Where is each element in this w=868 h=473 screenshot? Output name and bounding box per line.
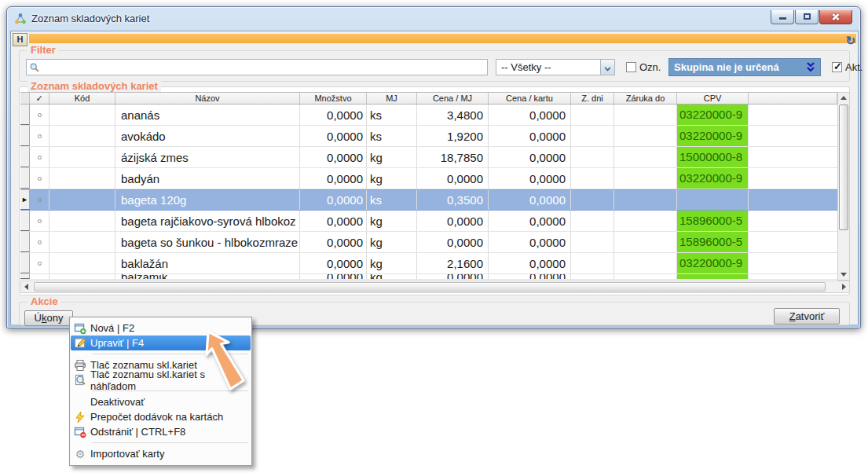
scroll-down-button[interactable]: [838, 269, 849, 280]
col-header-check[interactable]: ✓: [30, 93, 49, 104]
akt-checkbox[interactable]: ✓: [832, 62, 842, 72]
cell-mj: kg: [367, 232, 417, 252]
horizontal-scroll-thumb[interactable]: [34, 282, 826, 292]
cell-cena-mj: 3,4800: [417, 104, 489, 125]
cell-cena-mj: 2,1600: [417, 253, 489, 273]
akt-label: Akt.: [845, 61, 863, 73]
cell-cena-mj: 0,0000: [417, 168, 489, 189]
cell-mj: ks: [367, 104, 417, 125]
cell-cena-kartu: 0,0000: [489, 274, 571, 279]
check-icon: ✓: [833, 60, 842, 72]
cell-mnozstvo: 0,0000: [300, 147, 367, 167]
cell-mnozstvo: 0,0000: [300, 190, 367, 210]
cell-mnozstvo: 0,0000: [300, 253, 367, 273]
cell-cena-kartu: 0,0000: [489, 147, 571, 167]
maximize-button[interactable]: [795, 10, 819, 24]
vertical-scrollbar[interactable]: [837, 92, 850, 280]
dropdown-button[interactable]: [600, 60, 614, 75]
maximize-icon: [804, 13, 811, 20]
category-dropdown[interactable]: -- Všetky --: [496, 59, 615, 75]
cell-nazov: badyán: [115, 168, 300, 189]
row-indicator: [20, 104, 30, 125]
cell-nazov: ananás: [115, 104, 300, 125]
client-area: H ↻ Filter -- Všetky -- Ozn. Skupi: [10, 31, 859, 324]
cell-mj: kg: [367, 147, 417, 167]
cell-mnozstvo: 0,0000: [300, 126, 367, 146]
col-header-cena-kartu[interactable]: Cena / kartu: [489, 93, 571, 104]
col-header-mnozstvo[interactable]: Množstvo: [300, 93, 367, 104]
stock-cards-table: ✓ Kód Názov Množstvo MJ Cena / MJ Cena /…: [20, 92, 837, 280]
scroll-left-button[interactable]: [21, 281, 32, 292]
cell-nazov: baklažán: [115, 253, 300, 273]
triangle-left-icon: [24, 284, 28, 290]
search-input[interactable]: [26, 59, 488, 75]
minimize-button[interactable]: [771, 10, 794, 24]
row-status-icon: [38, 240, 42, 244]
category-dropdown-value: -- Všetky --: [501, 60, 551, 75]
cell-mnozstvo: 0,0000: [300, 274, 367, 279]
ozn-checkbox[interactable]: [626, 62, 636, 72]
group-filter-field[interactable]: Skupina nie je určená: [668, 58, 821, 76]
col-header-nazov[interactable]: Názov: [115, 93, 300, 104]
cell-cpv: 15000000-8: [677, 147, 748, 167]
menu-item-label: Upraviť | F4: [90, 337, 144, 349]
col-header-mj[interactable]: MJ: [367, 93, 417, 104]
cell-mj: kg: [367, 274, 417, 279]
table-row-partial[interactable]: balzamik 0,0000 kg 0,0000 0,0000 1589600…: [20, 274, 837, 280]
menu-item-label: Nová | F2: [90, 322, 134, 334]
table-row[interactable]: ázijská zmes 0,0000 kg 18,7850 0,0000 15…: [20, 147, 837, 168]
app-window: Zoznam skladových kariet H ↻ Filter -- V…: [6, 6, 861, 328]
filter-group: Filter -- Všetky -- Ozn. Skupina nie je …: [19, 50, 850, 82]
col-header-zaruka-do[interactable]: Záruka do: [614, 93, 677, 104]
stock-cards-group: Zoznam skladových kariet ✓ Kód Názov Mno…: [19, 86, 850, 295]
table-row-selected[interactable]: ► bageta 120g 0,0000 ks 0,3500 0,0000: [20, 189, 837, 211]
table-row[interactable]: baklažán 0,0000 kg 2,1600 0,0000 0322000…: [20, 253, 837, 274]
col-header-z-dni[interactable]: Z. dni: [571, 93, 614, 104]
zatvorit-button[interactable]: Zatvoriť: [774, 308, 840, 324]
cell-cena-mj: 0,0000: [417, 211, 489, 231]
cell-cena-mj: 1,9200: [417, 126, 489, 146]
row-status-icon: [38, 219, 42, 223]
col-header-kod[interactable]: Kód: [49, 93, 115, 104]
header-corner: [20, 93, 30, 104]
cell-mj: kg: [367, 253, 417, 273]
cursor-arrow-icon: [171, 322, 289, 416]
h-button[interactable]: H: [13, 33, 27, 46]
cell-cena-kartu: 0,0000: [489, 232, 571, 252]
cell-mnozstvo: 0,0000: [300, 232, 367, 252]
table-header-row: ✓ Kód Názov Množstvo MJ Cena / MJ Cena /…: [20, 92, 837, 104]
refresh-icon[interactable]: ↻: [845, 35, 855, 47]
cell-nazov: ázijská zmes: [115, 147, 300, 167]
edit-icon: [73, 337, 87, 350]
table-row[interactable]: badyán 0,0000 kg 0,0000 0,0000 03220000-…: [20, 168, 837, 189]
vertical-scroll-thumb[interactable]: [839, 104, 848, 230]
cell-cena-mj: 0,0000: [417, 232, 489, 252]
table-row[interactable]: bageta so šunkou - hlbokozmraze 0,0000 k…: [20, 232, 837, 253]
cell-cpv: 15896000-5: [677, 232, 748, 252]
menu-item-importovat[interactable]: ⚙ Importovať karty: [71, 446, 251, 461]
cell-nazov: balzamik: [115, 274, 300, 279]
horizontal-scrollbar[interactable]: [20, 280, 850, 293]
col-header-cena-mj[interactable]: Cena / MJ: [417, 93, 489, 104]
scroll-up-button[interactable]: [838, 93, 849, 104]
table-row[interactable]: bageta rajčiakovo-syrová hlbokoz 0,0000 …: [20, 211, 837, 232]
window-title: Zoznam skladových kariet: [31, 7, 149, 31]
close-button[interactable]: [819, 10, 852, 24]
delete-card-icon: [73, 426, 87, 438]
chevron-down-icon: [605, 65, 611, 72]
table-row[interactable]: ananás 0,0000 ks 3,4800 0,0000 03220000-…: [20, 104, 837, 126]
col-header-cpv[interactable]: CPV: [677, 93, 749, 104]
scroll-right-button[interactable]: [838, 281, 849, 292]
minimize-icon: [779, 17, 786, 20]
table-row[interactable]: avokádo 0,0000 ks 1,9200 0,0000 03220000…: [20, 126, 837, 147]
cell-cpv: [677, 190, 748, 210]
menu-item-odstranit[interactable]: Odstrániť | CTRL+F8: [71, 424, 251, 439]
ukony-button[interactable]: Úkony: [24, 310, 73, 326]
triangle-down-icon: [841, 273, 847, 277]
double-chevron-down-icon: [805, 61, 816, 73]
cell-mnozstvo: 0,0000: [300, 168, 367, 189]
cell-cena-mj: 0,0000: [417, 274, 489, 279]
cell-cpv: 03220000-9: [677, 168, 748, 189]
row-status-icon: [38, 177, 42, 181]
cell-cena-kartu: 0,0000: [489, 253, 571, 273]
